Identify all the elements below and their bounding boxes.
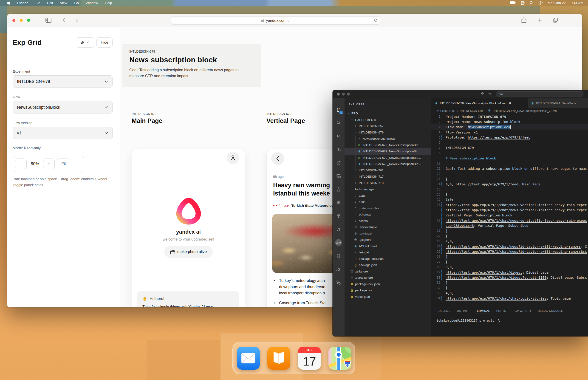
tree-folder-experiments[interactable]: EXPERIMENTS — [345, 117, 431, 123]
command-center-search[interactable]: pro — [496, 92, 583, 96]
code-editor[interactable]: 1Project Number: INTLDESIGN-6792Project … — [431, 114, 588, 307]
reload-icon[interactable] — [374, 18, 378, 23]
files-icon[interactable]: 1 — [332, 104, 345, 115]
tree-folder-pro[interactable]: PRO — [345, 110, 431, 117]
breadcrumb-item[interactable]: INTLDESIGN-679_NewsSubscriptionBlock_v1.… — [493, 109, 557, 113]
tree-folder-node-modules[interactable]: node_modules — [345, 205, 431, 212]
maps-dock-icon[interactable]: 280 — [329, 347, 351, 370]
tree-folder-docs[interactable]: docs — [345, 199, 431, 205]
experiment-select[interactable]: INTLDESIGN-679 — [13, 75, 112, 88]
tree-folder-tools-exp-grid[interactable]: tools / exp-grid — [345, 186, 431, 192]
panel-tab-output[interactable]: OUTPUT — [457, 309, 469, 314]
back-button[interactable] — [271, 152, 284, 165]
menu-item-go[interactable]: Go — [74, 1, 79, 5]
minimize-window-button[interactable] — [20, 19, 23, 22]
menu-time[interactable]: 9:41 AM — [571, 1, 583, 5]
tree-file-package-json[interactable]: {}package.json — [345, 287, 431, 294]
new-tab-icon[interactable] — [537, 18, 542, 23]
menu-item-window[interactable]: Window — [86, 1, 98, 5]
explorer-more-icon[interactable]: ··· — [423, 102, 427, 106]
breadcrumb-item[interactable]: EXPERIMENTS — [435, 109, 455, 113]
tree-file-links-txt[interactable]: ≡links.txt — [345, 249, 431, 256]
battery-icon[interactable] — [510, 1, 516, 4]
apple-menu-icon[interactable] — [7, 1, 10, 5]
books-dock-icon[interactable] — [267, 347, 290, 370]
tree-file-package-json[interactable]: {}package.json — [345, 262, 431, 268]
container-icon[interactable] — [332, 210, 345, 222]
panel-tab-terminal[interactable]: TERMINAL — [475, 309, 490, 314]
make-photo-alive-button[interactable]: make photo alive — [164, 246, 213, 258]
spark-icon[interactable]: ✳ — [332, 197, 345, 208]
panel-tab-playwright[interactable]: PLAYWRIGHT — [513, 309, 532, 314]
minimize-window-button[interactable] — [342, 93, 345, 95]
close-window-button[interactable] — [12, 19, 15, 22]
tree-folder-schemas[interactable]: schemas — [345, 211, 431, 218]
annotate-icon[interactable] — [332, 264, 345, 275]
sidebar-toggle-icon[interactable] — [45, 18, 52, 24]
flow-select[interactable]: NewsSubscriptionBlock — [13, 101, 112, 114]
org-chart-icon[interactable] — [332, 277, 345, 288]
hide-button[interactable]: Hide — [96, 38, 112, 48]
extensions-icon[interactable] — [332, 157, 345, 168]
history-back-icon[interactable] — [481, 92, 484, 96]
editor-tab[interactable]: INTLDESIGN-679_NewsSubscriptionBlock_v1.… — [431, 98, 527, 108]
tree-file-vercelignore[interactable]: ≡.vercelignore — [345, 275, 431, 281]
panel-tab-debug-console[interactable]: DEBUG CONSOLE — [538, 309, 563, 314]
hexagon-icon[interactable] — [332, 250, 345, 262]
tree-file-intldesign-679-newssubscriptionblo[interactable]: {}INTLDESIGN-679_NewsSubscriptionBlo... — [345, 142, 431, 148]
menu-item-file[interactable]: File — [35, 1, 40, 5]
close-window-button[interactable] — [337, 93, 340, 95]
back-icon[interactable] — [62, 18, 67, 24]
tree-file-agents-md[interactable]: AGENTS.md — [345, 243, 431, 249]
flow-version-select[interactable]: v1 — [13, 127, 112, 139]
tree-file-env-local[interactable]: ⚙.env.local — [345, 230, 431, 237]
json-tool-icon[interactable]: Json — [332, 237, 345, 248]
menu-item-finder[interactable]: Finder — [17, 1, 28, 5]
duck-icon[interactable] — [332, 224, 345, 235]
source-control-icon[interactable] — [332, 131, 345, 142]
tree-folder-intldesign-717[interactable]: INTLDESIGN-717 — [345, 173, 431, 180]
tree-folder-intldesign-657[interactable]: INTLDESIGN-657 — [345, 123, 431, 129]
calendar-dock-icon[interactable]: JUL 17 — [298, 347, 321, 370]
tree-folder-scripts[interactable]: scripts — [345, 218, 431, 224]
menu-item-view[interactable]: View — [60, 1, 67, 5]
debug-icon[interactable] — [332, 144, 345, 155]
tree-file-intldesign-679-newssubscriptionblo[interactable]: INTLDESIGN-679_NewsSubscriptionBlo... — [345, 148, 431, 155]
history-forward-icon[interactable] — [488, 92, 492, 96]
terminal-prompt[interactable]: nickskorobog@i113963137 projector % — [435, 319, 500, 322]
mail-dock-icon[interactable] — [237, 347, 260, 370]
tab-overview-icon[interactable] — [553, 18, 558, 24]
tree-folder-intldesign-702[interactable]: INTLDESIGN-702 — [345, 167, 431, 174]
remote-icon[interactable] — [332, 171, 345, 182]
search-icon[interactable] — [332, 117, 345, 128]
zoom-window-button[interactable] — [27, 19, 30, 22]
share-icon[interactable] — [521, 17, 526, 24]
control-center-icon[interactable] — [521, 1, 525, 5]
fit-button[interactable]: Fit — [57, 158, 70, 169]
editor-tab[interactable]: INTLDESIGN-679_NewsSubs — [527, 98, 588, 108]
tree-file-intldesign-679-newssubscriptionblo[interactable]: INTLDESIGN-679_NewsSubscriptionBlo... — [345, 161, 431, 167]
forward-icon[interactable] — [74, 18, 79, 24]
zoom-out-button[interactable]: - — [15, 158, 27, 169]
tree-file-gitignore[interactable]: .gitignore — [345, 268, 431, 275]
tree-file-env-example[interactable]: ⚙.env.example — [345, 224, 431, 230]
profile-avatar[interactable] — [227, 152, 239, 164]
tree-file-vercel-json[interactable]: {}vercel.json — [345, 294, 431, 300]
zoom-window-button[interactable] — [347, 93, 350, 95]
menu-date[interactable]: Mon Jun 22 — [548, 1, 566, 5]
testing-icon[interactable] — [332, 184, 345, 195]
menu-item-edit[interactable]: Edit — [47, 1, 53, 5]
tree-file-gitignore[interactable]: .gitignore — [345, 237, 431, 243]
breadcrumb[interactable]: EXPERIMENTS›INTLDESIGN-679›INTLDESIGN-67… — [435, 108, 557, 114]
copy-link-button[interactable]: ✓ — [76, 38, 94, 48]
tree-folder-apps[interactable]: apps — [345, 192, 431, 199]
zoom-in-button[interactable]: + — [43, 158, 55, 169]
tree-folder-newssubscriptionblock[interactable]: NewsSubscriptionBlock — [345, 135, 431, 142]
breadcrumb-item[interactable]: INTLDESIGN-679 — [460, 109, 483, 113]
tree-folder-intldesign-718[interactable]: INTLDESIGN-718 — [345, 180, 431, 186]
wifi-icon[interactable] — [538, 1, 543, 5]
tree-file-package-lock-json[interactable]: {}package-lock.json — [345, 256, 431, 262]
tree-file-intldesign-679-newssubscriptionblo[interactable]: {}INTLDESIGN-679_NewsSubscriptionBlo... — [345, 155, 431, 161]
panel-tab-ports[interactable]: PORTS — [496, 309, 506, 314]
tree-file-package-lock-json[interactable]: {}package-lock.json — [345, 281, 431, 287]
